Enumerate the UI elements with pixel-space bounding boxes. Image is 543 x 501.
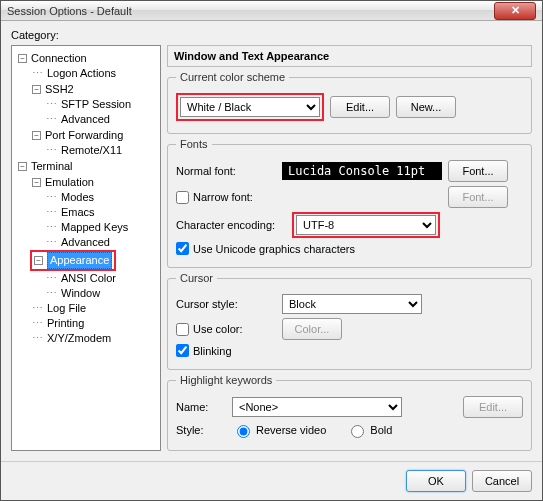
encoding-select[interactable]: UTF-8 (296, 215, 436, 235)
tree-printing[interactable]: ⋯Printing (30, 316, 86, 331)
category-label: Category: (11, 29, 532, 41)
session-options-dialog: Session Options - Default ✕ Category: −C… (0, 0, 543, 501)
tree-emulation[interactable]: −Emulation (30, 175, 96, 190)
tree-port-forwarding[interactable]: −Port Forwarding (30, 128, 125, 143)
hk-reverse-radio[interactable]: Reverse video (232, 422, 326, 438)
collapse-icon[interactable]: − (34, 256, 43, 265)
highlight-keywords-group: Highlight keywords Name: <None> Edit... … (167, 374, 532, 451)
tree-ansi-color[interactable]: ⋯ANSI Color (44, 271, 118, 286)
tree-logon-actions[interactable]: ⋯Logon Actions (30, 66, 118, 81)
tree-modes[interactable]: ⋯Modes (44, 190, 96, 205)
tree-connection[interactable]: −Connection (16, 51, 89, 66)
collapse-icon[interactable]: − (32, 85, 41, 94)
cursor-legend: Cursor (176, 272, 217, 284)
use-color-check-input[interactable] (176, 323, 189, 336)
normal-font-button[interactable]: Font... (448, 160, 508, 182)
tree-ssh2[interactable]: −SSH2 (30, 82, 76, 97)
cursor-group: Cursor Cursor style: Block Use color: Co… (167, 272, 532, 370)
hk-bold-radio[interactable]: Bold (346, 422, 392, 438)
collapse-icon[interactable]: − (18, 162, 27, 171)
color-scheme-select[interactable]: White / Black (180, 97, 320, 117)
highlight-legend: Highlight keywords (176, 374, 276, 386)
color-scheme-group: Current color scheme White / Black Edit.… (167, 71, 532, 134)
dialog-button-bar: OK Cancel (1, 461, 542, 500)
tree-log-file[interactable]: ⋯Log File (30, 301, 88, 316)
tree-window[interactable]: ⋯Window (44, 286, 102, 301)
use-color-checkbox[interactable]: Use color: (176, 323, 276, 336)
tree-terminal[interactable]: −Terminal (16, 159, 75, 174)
hk-name-select[interactable]: <None> (232, 397, 402, 417)
tree-sftp-session[interactable]: ⋯SFTP Session (44, 97, 133, 112)
blinking-check-input[interactable] (176, 344, 189, 357)
category-tree[interactable]: −Connection ⋯Logon Actions −SSH2 ⋯SFTP S… (11, 45, 161, 451)
cursor-style-label: Cursor style: (176, 298, 276, 310)
fonts-legend: Fonts (176, 138, 212, 150)
cancel-button[interactable]: Cancel (472, 470, 532, 492)
narrow-font-check-input[interactable] (176, 191, 189, 204)
close-button[interactable]: ✕ (494, 2, 536, 20)
unicode-graphics-check-input[interactable] (176, 242, 189, 255)
window-title: Session Options - Default (7, 5, 494, 17)
narrow-font-button: Font... (448, 186, 508, 208)
color-scheme-legend: Current color scheme (176, 71, 289, 83)
collapse-icon[interactable]: − (32, 131, 41, 140)
fonts-group: Fonts Normal font: Lucida Console 11pt F… (167, 138, 532, 268)
settings-panel: Window and Text Appearance Current color… (167, 45, 532, 451)
hk-name-label: Name: (176, 401, 226, 413)
normal-font-sample: Lucida Console 11pt (282, 162, 442, 180)
cursor-color-button: Color... (282, 318, 342, 340)
tree-appearance[interactable]: −Appearance (30, 250, 116, 271)
tree-remote-x11[interactable]: ⋯Remote/X11 (44, 143, 124, 158)
cursor-style-select[interactable]: Block (282, 294, 422, 314)
tree-advanced-ssh[interactable]: ⋯Advanced (44, 112, 112, 127)
tree-advanced-emu[interactable]: ⋯Advanced (44, 235, 112, 250)
collapse-icon[interactable]: − (18, 54, 27, 63)
blinking-checkbox[interactable]: Blinking (176, 344, 232, 357)
collapse-icon[interactable]: − (32, 178, 41, 187)
narrow-font-checkbox[interactable]: Narrow font: (176, 191, 276, 204)
tree-emacs[interactable]: ⋯Emacs (44, 205, 97, 220)
hk-style-label: Style: (176, 424, 226, 436)
titlebar: Session Options - Default ✕ (1, 1, 542, 21)
encoding-label: Character encoding: (176, 219, 286, 231)
ok-button[interactable]: OK (406, 470, 466, 492)
scheme-edit-button[interactable]: Edit... (330, 96, 390, 118)
close-icon: ✕ (511, 4, 520, 17)
unicode-graphics-checkbox[interactable]: Use Unicode graphics characters (176, 242, 355, 255)
tree-xyzmodem[interactable]: ⋯X/Y/Zmodem (30, 331, 113, 346)
hk-edit-button: Edit... (463, 396, 523, 418)
tree-mapped-keys[interactable]: ⋯Mapped Keys (44, 220, 130, 235)
scheme-new-button[interactable]: New... (396, 96, 456, 118)
normal-font-label: Normal font: (176, 165, 276, 177)
panel-header: Window and Text Appearance (167, 45, 532, 67)
